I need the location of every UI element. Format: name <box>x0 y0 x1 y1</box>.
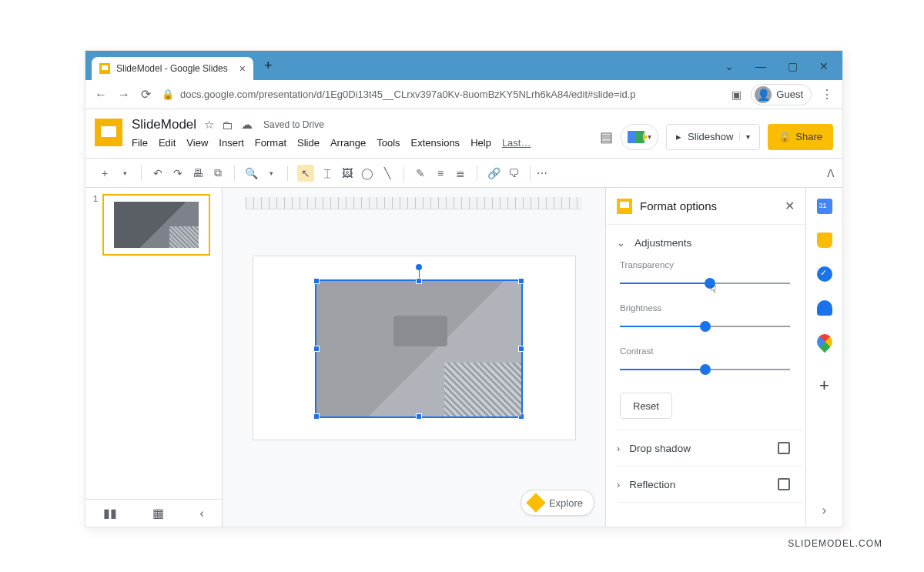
border-weight-icon[interactable]: ≡ <box>434 167 447 179</box>
close-tab-icon[interactable]: × <box>239 62 246 75</box>
panel-title: Format options <box>640 199 777 212</box>
section-header-reflection[interactable]: › Reflection <box>617 467 802 502</box>
window-minimize-icon[interactable]: — <box>755 60 766 72</box>
chevron-down-icon[interactable]: ▾ <box>118 169 132 177</box>
menu-help[interactable]: Help <box>470 137 491 149</box>
new-slide-button[interactable]: + <box>98 167 112 179</box>
resize-handle-e[interactable] <box>518 346 524 352</box>
workspace: 1 ▮▮ ▦ ‹ <box>85 188 842 527</box>
border-dash-icon[interactable]: ≣ <box>454 167 467 179</box>
contrast-slider[interactable] <box>620 362 790 377</box>
comment-add-icon[interactable]: 🗨 <box>507 167 521 179</box>
resize-handle-se[interactable] <box>518 413 524 420</box>
expand-rail-icon[interactable]: › <box>822 503 826 517</box>
brightness-slider[interactable] <box>620 319 790 334</box>
menu-file[interactable]: File <box>132 137 148 149</box>
url-display[interactable]: 🔒 docs.google.com/presentation/d/1Eg0Di1… <box>162 89 636 100</box>
filmstrip-view-icon[interactable]: ▮▮ <box>103 506 117 520</box>
slider-thumb[interactable] <box>700 321 711 332</box>
explore-button[interactable]: Explore <box>521 490 594 516</box>
slide-thumbnail-image <box>114 202 199 248</box>
nav-reload-icon[interactable]: ⟳ <box>141 87 151 102</box>
section-header-drop-shadow[interactable]: › Drop shadow <box>617 430 802 466</box>
link-icon[interactable]: 🔗 <box>487 167 500 179</box>
transparency-control: Transparency ☟ <box>620 260 790 291</box>
resize-handle-ne[interactable] <box>518 278 524 284</box>
transparency-slider[interactable]: ☟ <box>620 276 790 291</box>
print-icon[interactable]: 🖶 <box>191 167 205 179</box>
image-tool-icon[interactable]: 🖼 <box>340 167 354 179</box>
slideshow-label: Slideshow <box>688 131 733 142</box>
menu-extensions[interactable]: Extensions <box>411 137 460 149</box>
paint-format-icon[interactable]: ⧉ <box>211 166 225 179</box>
keep-icon[interactable] <box>817 232 832 248</box>
resize-handle-s[interactable] <box>416 413 422 420</box>
slide-canvas[interactable] <box>253 256 576 440</box>
window-maximize-icon[interactable]: ▢ <box>788 60 798 72</box>
window-controls: ⌄ — ▢ ✕ <box>711 60 842 80</box>
browser-menu-icon[interactable]: ⋮ <box>821 87 833 102</box>
meet-button[interactable]: ▾ <box>621 124 658 150</box>
new-tab-button[interactable]: + <box>264 58 273 74</box>
resize-handle-n[interactable] <box>416 278 422 284</box>
window-collapse-icon[interactable]: ⌄ <box>725 60 734 72</box>
resize-handle-w[interactable] <box>313 346 320 352</box>
section-header-adjustments[interactable]: ⌄ Adjustments <box>617 225 802 260</box>
slide-thumbnail[interactable] <box>102 194 210 256</box>
canvas-area[interactable]: Explore <box>223 188 605 527</box>
menu-tools[interactable]: Tools <box>377 137 400 149</box>
menu-insert[interactable]: Insert <box>219 137 244 149</box>
reset-button[interactable]: Reset <box>620 393 672 419</box>
menu-slide[interactable]: Slide <box>297 137 320 149</box>
profile-button[interactable]: 👤 Guest <box>751 84 812 105</box>
last-edit-link[interactable]: Last… <box>502 137 531 149</box>
chevron-down-icon[interactable]: ▾ <box>264 169 278 177</box>
browser-tab[interactable]: SlideModel - Google Slides × <box>92 57 253 80</box>
menu-edit[interactable]: Edit <box>159 137 176 149</box>
transparency-overlay <box>316 281 521 416</box>
menu-arrange[interactable]: Arrange <box>330 137 366 149</box>
window-close-icon[interactable]: ✕ <box>819 60 829 72</box>
reflection-checkbox[interactable] <box>778 478 790 490</box>
share-button[interactable]: 🔒 Share <box>768 124 833 150</box>
selected-image[interactable] <box>315 279 523 418</box>
grid-view-icon[interactable]: ▦ <box>152 506 164 520</box>
add-on-plus-icon[interactable]: + <box>819 376 829 396</box>
contacts-icon[interactable] <box>817 300 832 316</box>
border-color-icon[interactable]: ✎ <box>413 167 427 179</box>
rotation-handle[interactable] <box>416 264 422 270</box>
panel-toggle-icon[interactable]: ▣ <box>732 89 742 101</box>
zoom-icon[interactable]: 🔍 <box>244 167 258 179</box>
undo-icon[interactable]: ↶ <box>151 167 165 179</box>
collapse-filmstrip-icon[interactable]: ‹ <box>200 507 204 520</box>
nav-forward-icon[interactable]: → <box>118 88 130 102</box>
menu-format[interactable]: Format <box>255 137 286 149</box>
resize-handle-sw[interactable] <box>313 413 320 420</box>
nav-back-icon[interactable]: ← <box>95 88 107 102</box>
collapse-toolbar-icon[interactable]: ᐱ <box>827 167 835 179</box>
drop-shadow-checkbox[interactable] <box>778 442 790 454</box>
shape-tool-icon[interactable]: ◯ <box>360 167 374 179</box>
redo-icon[interactable]: ↷ <box>171 167 185 179</box>
calendar-icon[interactable] <box>817 199 832 214</box>
resize-handle-nw[interactable] <box>313 278 320 284</box>
document-title[interactable]: SlideModel <box>132 117 196 132</box>
slideshow-button[interactable]: ▸ Slideshow ▾ <box>666 124 760 150</box>
star-icon[interactable]: ☆ <box>204 118 214 132</box>
maps-icon[interactable] <box>813 331 835 353</box>
slider-thumb[interactable] <box>700 364 711 375</box>
menu-view[interactable]: View <box>186 137 208 149</box>
profile-label: Guest <box>776 89 803 100</box>
more-tools-icon[interactable]: ⋯ <box>535 167 549 179</box>
close-panel-icon[interactable]: ✕ <box>785 199 795 213</box>
brightness-label: Brightness <box>620 303 790 313</box>
line-tool-icon[interactable]: ╲ <box>380 167 394 179</box>
chevron-down-icon[interactable]: ▾ <box>739 132 750 141</box>
side-panel-rail: + › <box>805 188 842 527</box>
comments-icon[interactable]: ▤ <box>600 129 613 146</box>
slides-logo-icon[interactable] <box>95 119 122 146</box>
select-tool-icon[interactable]: ↖ <box>297 165 314 182</box>
textbox-tool-icon[interactable]: ⌶ <box>320 167 334 179</box>
move-folder-icon[interactable]: 🗀 <box>222 119 233 132</box>
tasks-icon[interactable] <box>817 266 832 282</box>
